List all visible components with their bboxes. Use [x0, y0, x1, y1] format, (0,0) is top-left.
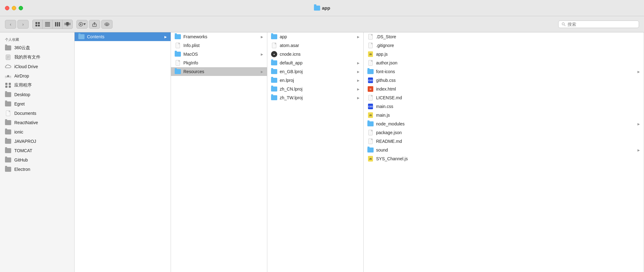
folder-icon [271, 60, 277, 65]
list-item[interactable]: CSS github.css [364, 76, 644, 85]
svg-rect-4 [45, 22, 50, 23]
file-icon [271, 43, 277, 48]
list-item[interactable]: JS SYS_Channel.js [364, 154, 644, 163]
svg-rect-12 [64, 23, 66, 25]
svg-point-22 [562, 22, 564, 25]
main-content: 个人收藏 360云盘 我的所有文件 iCloud Drive [0, 32, 644, 272]
list-item[interactable]: default_app ▶ [267, 59, 363, 67]
forward-button[interactable]: › [17, 20, 29, 29]
svg-rect-1 [38, 22, 40, 24]
icon-view-button[interactable] [33, 20, 43, 29]
folder-icon [271, 69, 277, 74]
svg-rect-29 [5, 83, 7, 85]
list-item[interactable]: JS app.js [364, 50, 644, 59]
column-4: .DS_Store .gitignore JS app.js [364, 32, 644, 272]
chevron-right-icon: ▶ [357, 61, 360, 65]
list-item[interactable]: sound ▶ [364, 146, 644, 154]
list-item[interactable]: .gitignore [364, 41, 644, 50]
file-icon [367, 34, 374, 39]
chevron-right-icon: ▶ [357, 79, 360, 82]
search-bar[interactable] [558, 21, 639, 28]
list-item[interactable]: Info.plist [171, 41, 267, 50]
file-icon [367, 60, 374, 65]
search-icon [562, 22, 566, 26]
sidebar-item-icloud[interactable]: iCloud Drive [0, 62, 74, 71]
chevron-right-icon: ▶ [637, 148, 640, 152]
folder-icon [367, 69, 374, 74]
sidebar-item-tomcat[interactable]: TOMCAT [0, 146, 74, 155]
search-input[interactable] [568, 22, 636, 27]
svg-rect-32 [9, 86, 11, 88]
list-item[interactable]: font-icons ▶ [364, 67, 644, 76]
sidebar-item-documents[interactable]: Documents [0, 109, 74, 118]
chevron-right-icon: ▶ [164, 35, 167, 39]
list-item[interactable]: Resources ▶ [171, 67, 267, 76]
js-file-icon: JS [367, 113, 374, 118]
maximize-button[interactable] [19, 6, 23, 10]
list-item[interactable]: MacOS ▶ [171, 50, 267, 59]
svg-rect-8 [55, 22, 56, 26]
list-item[interactable]: app ▶ [267, 32, 363, 41]
list-item[interactable]: zh_CN.lproj ▶ [267, 85, 363, 93]
folder-icon [271, 34, 277, 39]
sidebar: 个人收藏 360云盘 我的所有文件 iCloud Drive [0, 32, 75, 272]
list-item[interactable]: README.md [364, 137, 644, 146]
file-icon [175, 60, 181, 65]
file-icon [367, 43, 374, 48]
chevron-right-icon: ▶ [637, 122, 640, 126]
sidebar-item-allfiles[interactable]: 我的所有文件 [0, 53, 74, 62]
list-item[interactable]: CSS main.css [364, 102, 644, 111]
list-item[interactable]: en.lproj ▶ [267, 76, 363, 85]
folder-icon [175, 34, 181, 39]
list-item[interactable]: ● cnode.icns [267, 50, 363, 59]
js-file-icon: JS [367, 156, 374, 161]
window-title: app [314, 5, 330, 11]
list-item[interactable]: PkgInfo [171, 59, 267, 67]
list-item[interactable]: author.json [364, 59, 644, 67]
svg-rect-9 [57, 22, 58, 26]
list-item[interactable]: package.json [364, 128, 644, 137]
folder-icon [5, 157, 11, 163]
sidebar-item-desktop[interactable]: Desktop [0, 90, 74, 99]
list-item[interactable]: H index.html [364, 85, 644, 93]
sidebar-item-javaproj[interactable]: JAVAPROJ [0, 137, 74, 146]
file-columns: Contents ▶ Frameworks ▶ Info.plist [75, 32, 644, 272]
list-item[interactable]: en_GB.lproj ▶ [267, 67, 363, 76]
folder-icon [271, 95, 277, 100]
sidebar-item-egret[interactable]: Egret [0, 99, 74, 109]
svg-rect-3 [38, 25, 40, 26]
svg-rect-30 [9, 83, 11, 85]
sidebar-item-360cloud[interactable]: 360云盘 [0, 43, 74, 53]
file-icon [367, 130, 374, 135]
back-button[interactable]: ‹ [5, 20, 16, 29]
sidebar-item-apps[interactable]: 应用程序 [0, 81, 74, 90]
sidebar-item-electron[interactable]: Electron [0, 165, 74, 174]
chevron-right-icon: ▶ [261, 70, 263, 73]
list-item[interactable]: atom.asar [267, 41, 363, 50]
list-item[interactable]: Contents ▶ [75, 32, 171, 41]
list-item[interactable]: LICENSE.md [364, 93, 644, 102]
sidebar-item-airdrop[interactable]: AirDrop [0, 71, 74, 81]
list-item[interactable]: node_modules ▶ [364, 120, 644, 128]
list-view-button[interactable] [43, 20, 53, 29]
list-item[interactable]: .DS_Store [364, 32, 644, 41]
svg-rect-14 [67, 26, 68, 26]
close-button[interactable] [5, 6, 9, 10]
action-button[interactable] [76, 20, 88, 29]
list-item[interactable]: JS main.js [364, 111, 644, 120]
sidebar-item-github[interactable]: GitHub [0, 155, 74, 165]
minimize-button[interactable] [12, 6, 16, 10]
svg-line-23 [564, 25, 565, 26]
apps-icon [5, 82, 11, 88]
sidebar-item-reactnative[interactable]: ReactNative [0, 118, 74, 127]
svg-rect-6 [45, 25, 50, 25]
sidebar-item-ionic[interactable]: ionic [0, 127, 74, 137]
share-button[interactable] [89, 20, 100, 29]
folder-icon [78, 34, 85, 39]
column-view-button[interactable] [53, 20, 62, 29]
list-item[interactable]: zh_TW.lproj ▶ [267, 93, 363, 102]
tag-button[interactable] [101, 20, 113, 29]
list-item[interactable]: Frameworks ▶ [171, 32, 267, 41]
nav-buttons: ‹ › [5, 20, 29, 29]
coverflow-view-button[interactable] [62, 20, 72, 29]
